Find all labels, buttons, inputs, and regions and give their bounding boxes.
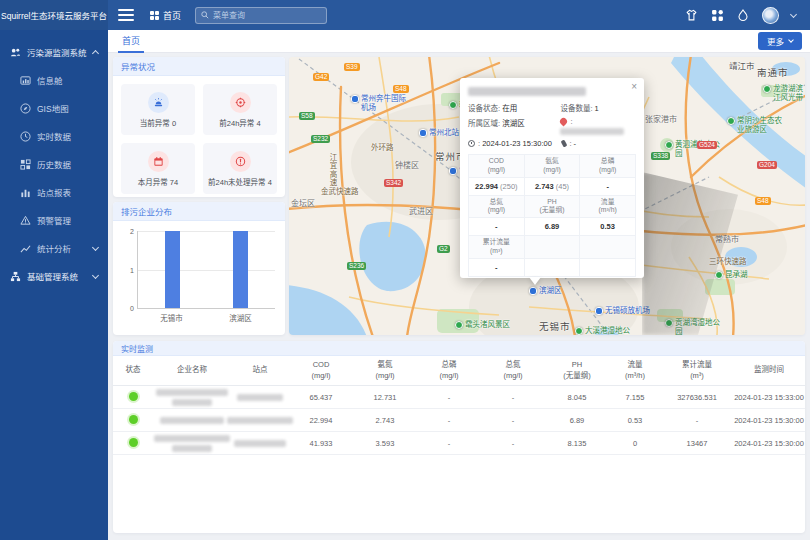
- sidebar-group-pollution-monitor[interactable]: 污染源监测系统: [0, 38, 108, 66]
- map-poi[interactable]: 常州奔牛国际机场: [351, 95, 413, 112]
- alert-icon: [20, 215, 31, 226]
- map-poi[interactable]: 昆承湖: [715, 271, 748, 280]
- sidebar-item-gis-map[interactable]: GIS地图: [0, 94, 108, 122]
- map-poi[interactable]: 黄泗浦生态公园: [665, 141, 727, 158]
- target-icon: [230, 92, 251, 113]
- sidebar-group-base-manage[interactable]: 基础管理系统: [0, 262, 108, 290]
- topbar: Squirrel生态环境云服务平台 首页: [0, 0, 810, 30]
- table-cell: 7.155: [609, 386, 661, 409]
- card-title: 异常状况: [113, 57, 285, 76]
- chevron-down-icon[interactable]: [790, 10, 797, 17]
- gis-map[interactable]: 南通市靖江市常州市钟楼区武进区金坛区无锡市常熟市张家港市三环快速路金武快速路外环…: [289, 57, 805, 335]
- map-label: 钟楼区: [395, 159, 419, 170]
- more-button[interactable]: 更多: [758, 32, 802, 50]
- table-cell: 327636.531: [661, 386, 733, 409]
- metric-header: 总氮(mg/l): [469, 196, 525, 219]
- device-status-field: 设备状态: 在用: [468, 102, 560, 113]
- clock-icon: [468, 140, 475, 147]
- column-header: 总磷(mg/l): [417, 356, 481, 386]
- poi-label: 昆承湖: [725, 271, 748, 280]
- blurred-text: [160, 417, 224, 424]
- table-cell: -: [417, 409, 481, 432]
- tile-24h-abnormal[interactable]: 前24h异常 4: [203, 84, 277, 135]
- table-cell: 8.135: [545, 432, 609, 455]
- table-cell: 65.437: [289, 386, 353, 409]
- metric-header: 累计流量(m³): [469, 236, 525, 259]
- park-marker-icon: [575, 327, 583, 335]
- calendar-icon: [148, 151, 169, 172]
- map-poi[interactable]: 常州北站: [419, 129, 459, 138]
- map-poi[interactable]: 常阴沙生态农业旅游区: [727, 117, 789, 134]
- map-poi[interactable]: 滨湖区: [529, 287, 562, 296]
- bar[interactable]: [233, 231, 248, 308]
- tile-label: 前24h异常 4: [219, 117, 260, 128]
- road-number-badge: G204: [757, 161, 777, 169]
- breadcrumb[interactable]: 首页: [150, 9, 181, 22]
- theme-skin-icon[interactable]: [684, 8, 698, 22]
- station-info-popup: × 设备状态: 在用 设备数量: 1 所属区域: 滨湖区 : : 2024-01…: [460, 78, 644, 278]
- y-axis-tick: 1: [122, 266, 134, 273]
- sidebar: 污染源监测系统 信息舱 GIS地图 实时数据 历史数据 站点报表 预警管理: [0, 30, 108, 540]
- tile-month-abnormal[interactable]: 本月异常 74: [121, 143, 195, 194]
- map-poi[interactable]: 无锡硕放机场: [595, 307, 650, 316]
- search-input[interactable]: [213, 11, 321, 20]
- map-poi[interactable]: 龙游湖滨江风光带: [763, 85, 805, 102]
- metric-value: -: [469, 259, 525, 277]
- abnormal-tiles: 当前异常 0 前24h异常 4 本月异常 74 前24h未处理异常 4: [113, 76, 285, 202]
- park-marker-icon: [455, 321, 463, 329]
- tile-24h-unhandled[interactable]: 前24h未处理异常 4: [203, 143, 277, 194]
- table-cell: -: [481, 386, 545, 409]
- transit-marker-icon: [595, 307, 603, 315]
- column-header: 总氮(mg/l): [481, 356, 545, 386]
- poi-label: 龙游湖滨江风光带: [773, 85, 805, 102]
- sidebar-item-statistics[interactable]: 统计分析: [0, 234, 108, 262]
- column-header: PH(无量纲): [545, 356, 609, 386]
- metric-header: COD(mg/l): [469, 155, 525, 178]
- metric-value: 6.89: [525, 218, 581, 236]
- tab-home[interactable]: 首页: [118, 30, 144, 53]
- sidebar-item-station-report[interactable]: 站点报表: [0, 178, 108, 206]
- hamburger-menu-icon[interactable]: [118, 9, 134, 21]
- metric-header: 流量(m³/h): [580, 196, 636, 219]
- sidebar-item-label: 基础管理系统: [27, 270, 78, 282]
- user-avatar[interactable]: [762, 7, 779, 24]
- road-number-badge: S236: [347, 262, 366, 270]
- bar[interactable]: [165, 231, 180, 308]
- menu-search[interactable]: [195, 7, 327, 24]
- map-poi[interactable]: 大溪港湿地公园: [575, 327, 637, 335]
- sidebar-item-info-cabin[interactable]: 信息舱: [0, 66, 108, 94]
- table-cell: 8.045: [545, 386, 609, 409]
- column-header: 监测时间: [733, 356, 805, 386]
- topbar-actions: [684, 7, 810, 24]
- table-cell: 3.593: [353, 432, 417, 455]
- sidebar-item-label: GIS地图: [37, 102, 69, 114]
- column-header: 状态: [113, 356, 153, 386]
- siren-icon: [148, 92, 169, 113]
- map-poi[interactable]: 鼋头渚风景区: [455, 321, 510, 330]
- address-blurred: [560, 128, 624, 135]
- sidebar-item-label: 历史数据: [37, 158, 71, 170]
- poi-label: 大溪港湿地公园: [585, 327, 637, 335]
- close-icon[interactable]: ×: [631, 82, 637, 92]
- sidebar-item-history-data[interactable]: 历史数据: [0, 150, 108, 178]
- map-label: 靖江市: [729, 59, 755, 71]
- tile-label: 前24h未处理异常 4: [208, 176, 272, 187]
- sidebar-item-warning-manage[interactable]: 预警管理: [0, 206, 108, 234]
- more-button-label: 更多: [767, 35, 784, 47]
- history-icon: [20, 159, 31, 170]
- table-row[interactable]: 41.9333.593--8.1350134672024-01-23 15:30…: [113, 432, 805, 455]
- table-row[interactable]: 65.43712.731--8.0457.155327636.5312024-0…: [113, 386, 805, 409]
- layout-widgets-icon[interactable]: [710, 8, 724, 22]
- tile-current-abnormal[interactable]: 当前异常 0: [121, 84, 195, 135]
- flame-icon[interactable]: [736, 8, 750, 22]
- column-header: 站点: [231, 356, 289, 386]
- chevron-down-icon: [92, 243, 99, 250]
- table-cell: -: [481, 409, 545, 432]
- poi-label: 鼋头渚风景区: [465, 321, 510, 330]
- sidebar-item-label: 站点报表: [37, 186, 71, 198]
- sidebar-item-realtime-data[interactable]: 实时数据: [0, 122, 108, 150]
- region-field: 所属区域: 滨湖区: [468, 117, 560, 135]
- transit-marker-icon: [529, 287, 537, 295]
- table-row[interactable]: 22.9942.743--6.890.53-2024-01-23 15:30:0…: [113, 409, 805, 432]
- time-field: : 2024-01-23 15:30:00: [468, 139, 560, 148]
